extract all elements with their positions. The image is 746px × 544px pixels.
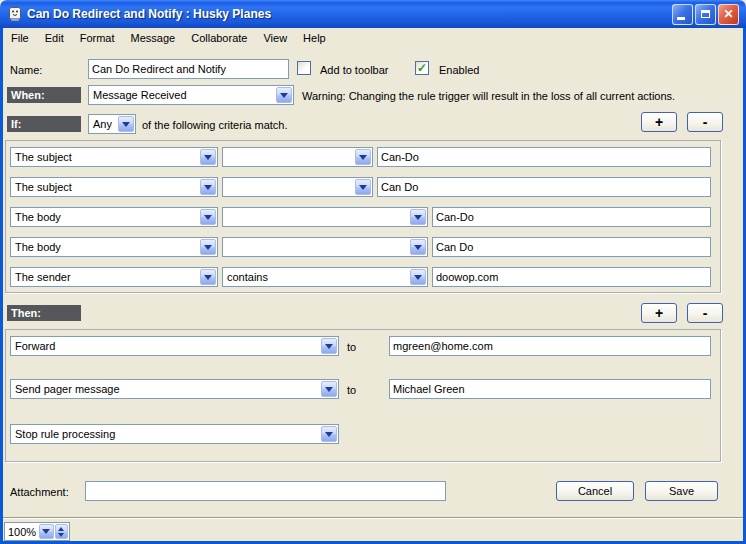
menu-file[interactable]: File — [3, 30, 37, 46]
chevron-down-icon — [200, 269, 216, 285]
window-border-left — [0, 20, 3, 544]
chevron-down-icon — [58, 533, 64, 537]
chevron-down-icon — [355, 149, 371, 165]
maximize-button[interactable] — [695, 4, 716, 25]
then-section-label: Then: — [7, 305, 81, 321]
when-trigger-value: Message Received — [89, 87, 275, 104]
close-icon: ✕ — [723, 8, 733, 20]
chevron-down-icon — [42, 529, 50, 534]
zoom-spinner[interactable] — [55, 524, 68, 539]
chevron-down-icon — [118, 116, 134, 132]
save-button[interactable]: Save — [645, 481, 718, 501]
zoom-value: 100% — [5, 526, 39, 538]
menu-bar: File Edit Format Message Collaborate Vie… — [3, 28, 743, 47]
enabled-label: Enabled — [439, 64, 479, 76]
menu-help[interactable]: Help — [295, 30, 334, 46]
app-icon — [7, 6, 23, 22]
menu-format[interactable]: Format — [72, 30, 123, 46]
criterion-field-select[interactable]: The sender — [10, 267, 218, 287]
criterion-field-value: The body — [11, 209, 199, 226]
if-suffix-text: of the following criteria match. — [142, 119, 288, 131]
menu-message[interactable]: Message — [123, 30, 184, 46]
window-controls: ✕ — [672, 4, 739, 25]
zoom-dropdown-button[interactable] — [39, 524, 53, 539]
criterion-value-input[interactable] — [377, 147, 711, 167]
criterion-field-value: The subject — [11, 179, 199, 196]
menu-collaborate[interactable]: Collaborate — [183, 30, 255, 46]
chevron-down-icon — [200, 209, 216, 225]
when-section-label: When: — [7, 87, 81, 103]
enabled-checkbox[interactable]: ✓ — [415, 61, 429, 75]
title-bar[interactable]: Can Do Redirect and Notify : Husky Plane… — [0, 0, 746, 28]
criterion-operator-select[interactable] — [222, 147, 373, 167]
add-action-button[interactable]: + — [641, 303, 677, 323]
add-to-toolbar-checkbox[interactable] — [297, 61, 311, 75]
action-to-label: to — [347, 384, 356, 396]
zoom-control[interactable]: 100% — [4, 522, 70, 541]
minimize-icon — [677, 17, 685, 20]
chevron-down-icon — [410, 269, 426, 285]
add-to-toolbar-label: Add to toolbar — [320, 64, 389, 76]
criterion-field-select[interactable]: The body — [10, 207, 218, 227]
maximize-icon — [701, 10, 710, 18]
cancel-button[interactable]: Cancel — [556, 481, 634, 501]
if-match-value: Any — [89, 116, 117, 133]
chevron-down-icon — [410, 209, 426, 225]
chevron-down-icon — [410, 239, 426, 255]
chevron-down-icon — [276, 87, 292, 103]
window-title: Can Do Redirect and Notify : Husky Plane… — [27, 7, 672, 21]
criterion-operator-select[interactable] — [222, 237, 428, 257]
if-match-select[interactable]: Any — [88, 114, 136, 134]
criterion-value-input[interactable] — [432, 237, 711, 257]
criterion-operator-select[interactable]: contains — [222, 267, 428, 287]
chevron-down-icon — [200, 179, 216, 195]
action-select[interactable]: Send pager message — [10, 379, 339, 399]
remove-action-button[interactable]: - — [687, 303, 723, 323]
action-select[interactable]: Stop rule processing — [10, 424, 339, 444]
minimize-button[interactable] — [672, 4, 693, 25]
action-target-input[interactable] — [389, 336, 711, 356]
criterion-value-input[interactable] — [432, 267, 711, 287]
if-section-label: If: — [7, 116, 81, 132]
action-value: Stop rule processing — [11, 426, 320, 443]
check-icon: ✓ — [417, 62, 427, 74]
action-target-input[interactable] — [389, 379, 711, 399]
criterion-value-input[interactable] — [377, 177, 711, 197]
action-to-label: to — [347, 341, 356, 353]
action-value: Forward — [11, 338, 320, 355]
chevron-down-icon — [321, 338, 337, 354]
when-trigger-select[interactable]: Message Received — [88, 85, 294, 105]
action-select[interactable]: Forward — [10, 336, 339, 356]
criterion-field-value: The sender — [11, 269, 199, 286]
rule-name-input[interactable] — [88, 59, 289, 79]
when-warning-text: Warning: Changing the rule trigger will … — [302, 90, 675, 102]
name-label: Name: — [10, 64, 42, 76]
status-bar: 100% — [3, 517, 743, 541]
chevron-down-icon — [355, 179, 371, 195]
criterion-value-input[interactable] — [432, 207, 711, 227]
action-value: Send pager message — [11, 381, 320, 398]
criterion-operator-select[interactable] — [222, 177, 373, 197]
criterion-field-value: The body — [11, 239, 199, 256]
criterion-field-select[interactable]: The subject — [10, 177, 218, 197]
attachment-input[interactable] — [85, 481, 446, 501]
chevron-down-icon — [200, 149, 216, 165]
criterion-operator-select[interactable] — [222, 207, 428, 227]
menu-edit[interactable]: Edit — [37, 30, 72, 46]
remove-criterion-button[interactable]: - — [687, 112, 723, 132]
chevron-down-icon — [321, 426, 337, 442]
criterion-field-select[interactable]: The subject — [10, 147, 218, 167]
attachment-label: Attachment: — [10, 486, 69, 498]
criterion-operator-value: contains — [223, 269, 409, 286]
criterion-field-select[interactable]: The body — [10, 237, 218, 257]
menu-view[interactable]: View — [255, 30, 295, 46]
rule-editor-window: Can Do Redirect and Notify : Husky Plane… — [0, 0, 746, 544]
chevron-up-icon — [58, 527, 64, 531]
close-button[interactable]: ✕ — [718, 4, 739, 25]
criterion-field-value: The subject — [11, 149, 199, 166]
chevron-down-icon — [200, 239, 216, 255]
add-criterion-button[interactable]: + — [641, 112, 677, 132]
chevron-down-icon — [321, 381, 337, 397]
